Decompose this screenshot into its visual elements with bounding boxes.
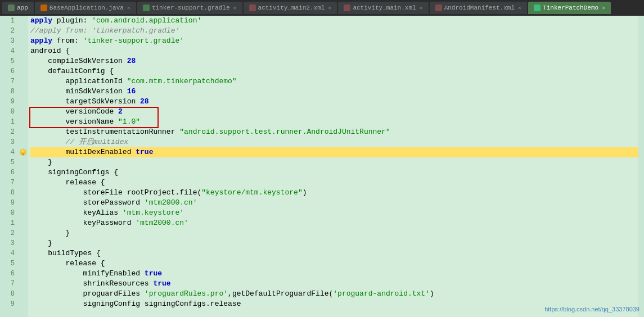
gutter-5 <box>18 56 28 66</box>
line-num-8: 8 <box>0 87 15 97</box>
gutter-21 <box>18 218 28 228</box>
code-line-15: } <box>30 157 638 167</box>
line-num-5: 5 <box>0 56 15 66</box>
line-num-21: 1 <box>0 218 15 228</box>
tab-base-application[interactable]: BaseApplication.java ✕ <box>35 2 136 14</box>
line-num-14: 4 <box>0 147 15 157</box>
tab-tinker-patch-demo[interactable]: TinkerPatchDemo ✕ <box>528 2 611 14</box>
tab-gradle-icon <box>143 4 150 11</box>
code-line-3: apply from: 'tinker-support.gradle' <box>30 36 638 46</box>
gutter-2 <box>18 26 28 36</box>
tab-bar: app BaseApplication.java ✕ tinker-suppor… <box>0 0 644 16</box>
code-line-11: versionName "1.0" <box>30 117 638 127</box>
line-num-3: 3 <box>0 36 15 46</box>
gutter-27 <box>18 279 28 289</box>
gutter-16 <box>18 167 28 178</box>
line-num-6: 6 <box>0 66 15 76</box>
gutter-26 <box>18 269 28 279</box>
line-num-26: 6 <box>0 269 15 279</box>
code-line-23: } <box>30 238 638 248</box>
tab-xml-icon-2 <box>344 4 350 11</box>
code-line-13: // 开启multidex <box>30 137 638 147</box>
code-line-25: release { <box>30 259 638 269</box>
line-num-16: 6 <box>0 167 15 178</box>
line-num-1: 1 <box>0 16 15 26</box>
gutter: 💡 <box>18 16 28 317</box>
tab-app[interactable]: app <box>2 2 34 14</box>
gutter-28 <box>18 289 28 299</box>
tab-activity-main2[interactable]: activity_main2.xml ✕ <box>244 2 337 14</box>
close-icon-5[interactable]: ✕ <box>518 4 521 11</box>
gutter-12 <box>18 127 28 137</box>
close-icon-1[interactable]: ✕ <box>127 4 130 11</box>
line-numbers: 1 2 3 4 5 6 7 8 9 0 1 2 3 4 5 6 7 8 9 0 … <box>0 16 18 317</box>
line-num-23: 3 <box>0 238 15 248</box>
gutter-25 <box>18 259 28 269</box>
line-num-20: 0 <box>0 208 15 218</box>
code-area: apply plugin: 'com.android.application' … <box>28 16 638 317</box>
line-num-24: 4 <box>0 248 15 259</box>
tab-activity-main2-label: activity_main2.xml <box>258 4 325 11</box>
code-line-28: proguardFiles 'proguardRules.pro',getDef… <box>30 289 638 299</box>
close-icon-6[interactable]: ✕ <box>602 4 605 11</box>
gutter-11 <box>18 117 28 127</box>
gutter-3 <box>18 36 28 46</box>
line-num-17: 7 <box>0 178 15 188</box>
gutter-6 <box>18 66 28 76</box>
line-num-25: 5 <box>0 259 15 269</box>
code-line-4: android { <box>30 46 638 56</box>
code-line-12: testInstrumentationRunner "android.suppo… <box>30 127 638 137</box>
tab-android-manifest[interactable]: AndroidManifest.xml ✕ <box>430 2 527 14</box>
line-num-22: 2 <box>0 228 15 238</box>
tab-activity-main[interactable]: activity_main.xml ✕ <box>338 2 428 14</box>
gutter-24 <box>18 248 28 259</box>
code-line-24: buildTypes { <box>30 248 638 259</box>
gutter-18 <box>18 188 28 198</box>
line-num-29: 9 <box>0 299 15 309</box>
line-num-9: 9 <box>0 97 15 107</box>
line-num-11: 1 <box>0 117 15 127</box>
close-icon-4[interactable]: ✕ <box>420 4 423 11</box>
right-bar <box>638 16 644 317</box>
gutter-8 <box>18 87 28 97</box>
line-num-28: 8 <box>0 289 15 299</box>
line-num-4: 4 <box>0 46 15 56</box>
line-num-15: 5 <box>0 157 15 167</box>
tab-xml-icon-3 <box>435 4 442 11</box>
editor: 1 2 3 4 5 6 7 8 9 0 1 2 3 4 5 6 7 8 9 0 … <box>0 16 644 317</box>
gutter-29 <box>18 299 28 309</box>
gutter-10 <box>18 107 28 117</box>
gutter-9 <box>18 97 28 107</box>
line-num-7: 7 <box>0 76 15 87</box>
gutter-17 <box>18 178 28 188</box>
watermark: https://blog.csdn.net/qq_33378039 <box>544 306 640 313</box>
tab-tinker-support[interactable]: tinker-support.gradle ✕ <box>137 2 242 14</box>
tab-tinker-support-label: tinker-support.gradle <box>152 4 230 11</box>
tab-app-label: app <box>17 4 28 11</box>
code-line-22: } <box>30 228 638 238</box>
tab-app-icon <box>8 4 15 11</box>
gutter-bulb[interactable]: 💡 <box>18 147 28 157</box>
line-num-13: 3 <box>0 137 15 147</box>
code-line-16: signingConfigs { <box>30 167 638 178</box>
gutter-19 <box>18 198 28 208</box>
code-line-6: defaultConfig { <box>30 66 638 76</box>
code-line-5: compileSdkVersion 28 <box>30 56 638 66</box>
code-line-10: versionCode 2 <box>30 107 638 117</box>
gutter-13 <box>18 137 28 147</box>
gutter-15 <box>18 157 28 167</box>
code-line-21: keyPassword 'mtm2000.cn' <box>30 218 638 228</box>
close-icon-3[interactable]: ✕ <box>328 4 331 11</box>
line-num-10: 0 <box>0 107 15 117</box>
close-icon-2[interactable]: ✕ <box>233 4 237 11</box>
code-line-9: targetSdkVersion 28 <box>30 97 638 107</box>
code-line-27: shrinkResources true <box>30 279 638 289</box>
tab-java-icon <box>40 4 47 11</box>
gutter-22 <box>18 228 28 238</box>
code-line-7: applicationId "com.mtm.tinkerpatchdemo" <box>30 76 638 87</box>
line-num-2: 2 <box>0 26 15 36</box>
bulb-icon[interactable]: 💡 <box>20 149 26 156</box>
line-num-12: 2 <box>0 127 15 137</box>
tab-xml-icon-1 <box>249 4 256 11</box>
code-line-26: minifyEnabled true <box>30 269 638 279</box>
